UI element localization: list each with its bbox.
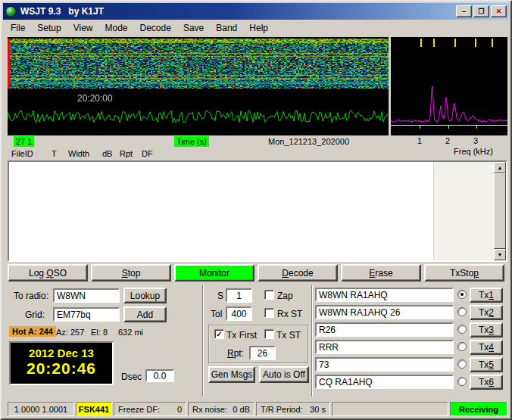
tx-st-checkbox[interactable] xyxy=(264,329,274,339)
wsjt-main-window: WSJT 9.3 by K1JT – ❐ ✕ File Setup View M… xyxy=(0,0,512,420)
clock-time: 20:20:46 xyxy=(11,359,112,378)
tol-input[interactable] xyxy=(226,306,252,321)
rpt-input[interactable] xyxy=(249,346,276,360)
wav-filename: Mon_121213_202000 xyxy=(268,137,349,146)
panel-divider-left xyxy=(202,285,204,397)
scrollbar-thumb[interactable] xyxy=(494,173,506,249)
tx-first-label: Tx First xyxy=(226,330,257,341)
dsec-label: Dsec xyxy=(121,372,142,382)
tx6-message-field[interactable] xyxy=(315,375,454,389)
tx1-radio[interactable] xyxy=(457,290,467,299)
rx-st-checkbox[interactable] xyxy=(264,308,274,318)
tx3-button[interactable]: Tx3 xyxy=(470,322,503,338)
column-width: Width xyxy=(68,149,89,158)
menu-help[interactable]: Help xyxy=(243,21,274,36)
app-globe-icon xyxy=(5,6,17,17)
azimuth-value: Az: 257 xyxy=(56,328,84,337)
s-label: S xyxy=(217,291,223,301)
dial-freq-status: 1.0000 1.0001 xyxy=(8,402,74,416)
menu-decode[interactable]: Decode xyxy=(134,21,177,36)
clock-display: 2012 Dec 13 20:20:46 xyxy=(9,341,114,385)
lookup-button[interactable]: Lookup xyxy=(123,288,167,303)
rx-level-badge: 27 1 xyxy=(14,136,34,147)
tx5-message-field[interactable] xyxy=(315,357,454,372)
to-radio-label: To radio: xyxy=(14,291,48,301)
spectrum-canvas xyxy=(391,37,507,135)
tx6-radio[interactable] xyxy=(457,377,467,386)
title-bar[interactable]: WSJT 9.3 by K1JT – ❐ ✕ xyxy=(3,3,509,20)
tx4-message-field[interactable] xyxy=(315,340,454,354)
menu-setup[interactable]: Setup xyxy=(31,21,67,36)
decode-area: ▲ ▼ xyxy=(8,160,507,262)
waterfall-spectrogram-canvas[interactable] xyxy=(8,37,389,135)
grid-label: Grid: xyxy=(25,310,45,320)
monitor-button[interactable]: Monitor xyxy=(174,264,254,282)
rpt-label: Rpt: xyxy=(227,348,244,359)
dsec-input[interactable] xyxy=(145,369,174,382)
tx-first-checkbox[interactable]: ✓ xyxy=(214,329,224,339)
waterfall-display[interactable]: 20:20:00 xyxy=(8,37,389,135)
spectrum-display xyxy=(391,37,507,135)
rx-noise-status: Rx noise:0 dB xyxy=(188,402,254,416)
decode-button[interactable]: Decode xyxy=(258,264,338,282)
column-fileid: FileID xyxy=(11,149,33,158)
menu-file[interactable]: File xyxy=(5,21,31,36)
panel-divider-right xyxy=(311,285,313,397)
freq-axis-label: Freq (kHz) xyxy=(454,147,493,156)
decode-aux-panel xyxy=(433,162,494,260)
scroll-down-icon[interactable]: ▼ xyxy=(494,249,506,260)
menu-save[interactable]: Save xyxy=(177,21,210,36)
stop-button[interactable]: Stop xyxy=(91,264,171,282)
tol-label: Tol xyxy=(211,309,222,319)
tx2-button[interactable]: Tx2 xyxy=(470,305,503,320)
window-title: WSJT 9.3 by K1JT xyxy=(20,6,104,17)
decoded-messages-area[interactable] xyxy=(9,162,433,260)
waterfall-time-label: 20:20:00 xyxy=(77,93,113,104)
time-axis-badge: Time (s) xyxy=(174,136,209,147)
minimize-button[interactable]: – xyxy=(456,5,472,17)
zap-label: Zap xyxy=(277,291,293,301)
column-t: T xyxy=(52,149,57,158)
tx2-message-field[interactable] xyxy=(315,305,454,319)
window-controls: – ❐ ✕ xyxy=(456,5,507,17)
distance-value: 632 mi xyxy=(118,328,143,337)
tx2-radio[interactable] xyxy=(457,307,467,316)
menu-band[interactable]: Band xyxy=(210,21,243,36)
status-spacer xyxy=(332,402,448,416)
zap-checkbox[interactable] xyxy=(264,290,274,300)
add-button[interactable]: Add xyxy=(123,306,167,322)
grid-input[interactable] xyxy=(53,307,120,322)
tx-st-label: Tx ST xyxy=(276,330,301,341)
freq-tick-3: 3 xyxy=(473,136,478,145)
maximize-button[interactable]: ❐ xyxy=(473,5,489,17)
tx1-message-field[interactable] xyxy=(315,288,454,302)
tx4-button[interactable]: Tx4 xyxy=(470,340,503,355)
log-qso-button[interactable]: Log QSO xyxy=(8,264,88,282)
scroll-up-icon[interactable]: ▲ xyxy=(494,162,506,173)
elevation-value: El: 8 xyxy=(91,328,108,337)
erase-button[interactable]: Erase xyxy=(341,264,421,282)
menu-view[interactable]: View xyxy=(67,21,99,36)
txstop-button[interactable]: TxStop xyxy=(424,264,504,282)
menu-mode[interactable]: Mode xyxy=(99,21,134,36)
column-db: dB xyxy=(102,149,112,158)
rx-st-label: Rx ST xyxy=(277,309,302,319)
column-df: DF xyxy=(142,149,153,158)
menu-bar: File Setup View Mode Decode Save Band He… xyxy=(5,21,507,36)
to-radio-input[interactable] xyxy=(53,288,120,303)
freq-tick-2: 2 xyxy=(445,136,450,145)
tr-period-status: T/R Period:30 s xyxy=(256,402,330,416)
tx1-button[interactable]: Tx1 xyxy=(470,288,503,303)
tx3-radio[interactable] xyxy=(457,325,467,334)
tx5-button[interactable]: Tx5 xyxy=(470,357,503,372)
decode-scrollbar[interactable]: ▲ ▼ xyxy=(494,162,506,260)
tx5-radio[interactable] xyxy=(457,359,467,369)
auto-button[interactable]: Auto is Off xyxy=(259,366,309,383)
receiving-badge: Receiving xyxy=(450,402,507,416)
close-button[interactable]: ✕ xyxy=(491,5,507,17)
s-input[interactable] xyxy=(226,288,252,303)
tx3-message-field[interactable] xyxy=(315,322,454,337)
gen-msgs-button[interactable]: Gen Msgs xyxy=(208,366,255,383)
tx4-radio[interactable] xyxy=(457,342,467,351)
tx6-button[interactable]: Tx6 xyxy=(470,375,503,390)
